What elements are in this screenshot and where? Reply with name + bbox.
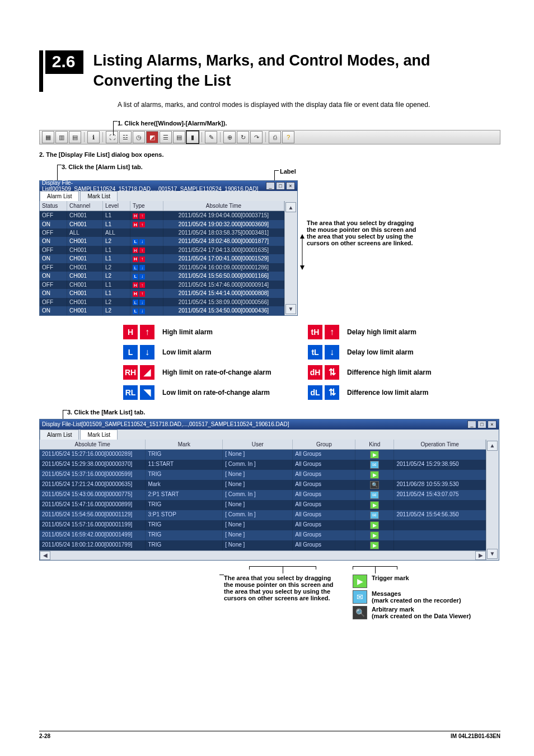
alarm-hdr-level[interactable]: Level xyxy=(103,201,130,211)
mark-row[interactable]: 2011/05/24 15:27:16.000[00000289]TRIG[ N… xyxy=(40,450,486,460)
tb-info[interactable]: ℹ xyxy=(87,131,100,143)
minimize-icon[interactable]: _ xyxy=(467,421,476,428)
scroll-down-icon[interactable]: ▼ xyxy=(487,549,498,559)
tb-zoom-all[interactable]: ☳ xyxy=(119,131,132,143)
scroll-down-icon[interactable]: ▼ xyxy=(285,304,296,314)
mark-window: Display File-List[001509_SAMPLE110524_15… xyxy=(39,419,499,561)
alarm-type-icon: dH xyxy=(308,365,322,380)
scroll-left-icon[interactable]: ◀ xyxy=(40,551,50,560)
minimize-icon[interactable]: _ xyxy=(266,182,275,190)
mark-hdr-kind[interactable]: Kind xyxy=(355,440,394,449)
kind-legend-icon: 🔍 xyxy=(353,606,367,619)
legend-label: Difference low limit alarm xyxy=(347,389,428,396)
alarm-row[interactable]: OFFCH001L1H↑2011/05/24 15:47:46.000[0000… xyxy=(40,281,284,290)
tb-edit[interactable]: ✎ xyxy=(205,131,217,143)
scrollbar-vertical[interactable]: ▲ ▼ xyxy=(284,201,297,315)
tb-view2[interactable]: ▥ xyxy=(55,131,68,143)
mark-row[interactable]: 2011/05/24 15:43:06.000[00000775]2:P1 ST… xyxy=(40,490,486,500)
alarm-arrow-icon: ↓ xyxy=(325,345,339,360)
tb-help[interactable]: ? xyxy=(282,131,294,143)
alarm-row[interactable]: OFFALLALL2011/05/24 18:03:58.375[0000348… xyxy=(40,228,284,237)
tb-zoom-fit[interactable]: ⛶ xyxy=(106,131,118,143)
alarm-row[interactable]: OFFCH001L2L↓2011/05/24 16:00:09.000[0000… xyxy=(40,263,284,272)
tab-alarm-list[interactable]: Alarm List xyxy=(40,191,79,201)
alarm-table: Status Channel Level Type Absolute Time … xyxy=(40,201,284,315)
page-footer: 2-28 IM 04L21B01-63EN xyxy=(39,731,500,739)
tb-graph[interactable]: ◩ xyxy=(146,131,158,143)
alarm-type-icon: RL xyxy=(123,385,138,400)
alarm-titlebar: Display File-List[001509_SAMPLE110524_15… xyxy=(40,181,297,191)
alarm-hdr-status[interactable]: Status xyxy=(40,201,67,211)
alarm-row[interactable]: OFFCH001L1H↑2011/05/24 17:04:13.000[0000… xyxy=(40,246,284,255)
mark-row[interactable]: 2011/05/24 15:47:16.000[00000899]TRIG[ N… xyxy=(40,500,486,510)
legend-label: Delay low limit alarm xyxy=(347,348,414,356)
alarm-row[interactable]: ONCH001L2L↓2011/05/24 15:56:50.000[00001… xyxy=(40,272,284,281)
alarm-row[interactable]: OFFCH001L1H↑2011/05/24 19:04:04.000[0000… xyxy=(40,211,284,220)
tb-print[interactable]: ⎙ xyxy=(269,131,281,143)
alarm-hdr-abs[interactable]: Absolute Time xyxy=(163,201,284,211)
legend-label: Low limit on rate-of-change alarm xyxy=(162,389,308,396)
section-number: 2.6 xyxy=(45,50,83,74)
mark-row[interactable]: 2011/05/24 18:00:12.000[00001799]TRIG[ N… xyxy=(40,540,486,550)
tab-mark-list[interactable]: Mark List xyxy=(80,191,118,201)
section-left-bar xyxy=(39,50,43,92)
kind-icon: ▶ xyxy=(370,501,379,509)
alarm-window: Display File-List[001509_SAMPLE110524_15… xyxy=(39,180,298,316)
mark-row[interactable]: 2011/05/24 16:59:42.000[00001499]TRIG[ N… xyxy=(40,530,486,540)
mark-hdr-abs[interactable]: Absolute Time xyxy=(40,440,146,449)
alarm-arrow-icon: ↑ xyxy=(140,325,154,339)
tb-export[interactable]: ↷ xyxy=(250,131,263,143)
tb-clock[interactable]: ◷ xyxy=(133,131,145,143)
maximize-icon[interactable]: □ xyxy=(477,421,486,428)
scroll-up-icon[interactable]: ▲ xyxy=(285,202,296,212)
alarm-row[interactable]: ONCH001L1H↑2011/05/24 17:00:41.000[00001… xyxy=(40,254,284,263)
alarm-row[interactable]: ONCH001L2L↓2011/05/24 15:34:50.000[00000… xyxy=(40,306,284,315)
mark-row[interactable]: 2011/05/24 15:54:56.000[00001129]3:P1 ST… xyxy=(40,510,486,520)
mark-hdr-op[interactable]: Operation Time xyxy=(394,440,486,449)
alarm-row[interactable]: ONCH001L1H↑2011/05/24 19:00:32.000[00003… xyxy=(40,220,284,229)
close-icon[interactable]: × xyxy=(488,421,496,428)
scroll-up-icon[interactable]: ▲ xyxy=(487,441,498,451)
mark-hdr-user[interactable]: User xyxy=(223,440,293,449)
alarm-hdr-channel[interactable]: Channel xyxy=(67,201,103,211)
kind-icon: ✉ xyxy=(370,491,379,499)
alarm-hdr-type[interactable]: Type xyxy=(130,201,163,211)
tb-list2[interactable]: ▤ xyxy=(173,131,185,143)
mark-row[interactable]: 2011/05/24 17:21:24.000[00000635]Mark[ N… xyxy=(40,480,486,490)
step-1-label: 1. Click here([Window]-[Alarm/Mark]). xyxy=(118,120,500,127)
alarm-type-icon: H xyxy=(123,325,138,339)
tab-alarm-list-2[interactable]: Alarm List xyxy=(40,430,79,440)
mark-titlebar: Display File-List[001509_SAMPLE110524_15… xyxy=(40,419,499,430)
kind-legend-title: Arbitrary mark xyxy=(372,606,471,613)
tb-view3[interactable]: ▤ xyxy=(69,131,81,143)
scrollbar-horizontal[interactable]: ◀ ▶ xyxy=(40,550,486,560)
tb-view1[interactable]: ▦ xyxy=(42,131,54,143)
tab-mark-list-2[interactable]: Mark List xyxy=(80,430,118,440)
alarm-row[interactable]: ONCH001L2L↓2011/05/24 18:02:48.000[00001… xyxy=(40,237,284,246)
alarm-type-icon: RH xyxy=(123,365,138,380)
tb-zoom-in[interactable]: ⊕ xyxy=(223,131,236,143)
mark-hdr-group[interactable]: Group xyxy=(293,440,355,449)
tb-list1[interactable]: ☰ xyxy=(160,131,172,143)
kind-legend-icon: ✉ xyxy=(353,590,367,604)
mark-row[interactable]: 2011/05/24 15:57:16.000[00001199]TRIG[ N… xyxy=(40,520,486,530)
alarm-row[interactable]: ONCH001L1H↑2011/05/24 15:44:14.000[00000… xyxy=(40,289,284,298)
maximize-icon[interactable]: □ xyxy=(276,182,285,190)
svg-marker-2 xyxy=(300,265,305,270)
mark-row[interactable]: 2011/05/24 15:37:16.000[00000599]TRIG[ N… xyxy=(40,470,486,480)
intro-paragraph: A list of alarms, marks, and control mod… xyxy=(118,100,500,110)
tb-alarm-mark[interactable]: ▮ xyxy=(186,131,199,143)
mark-row[interactable]: 2011/05/24 15:29:38.000[00000370]11:STAR… xyxy=(40,460,486,470)
step-2-label: 2. The [Display File List] dialog box op… xyxy=(39,151,500,158)
kind-legend-title: Messages xyxy=(372,590,461,597)
alarm-type-icon: dL xyxy=(308,385,322,400)
alarm-row[interactable]: OFFCH001L2L↓2011/05/24 15:38:09.000[0000… xyxy=(40,298,284,307)
scroll-right-icon[interactable]: ▶ xyxy=(475,551,486,560)
scrollbar-vertical-2[interactable]: ▲ ▼ xyxy=(486,440,499,560)
alarm-window-title: Display File-List[001509_SAMPLE110524_15… xyxy=(42,180,266,192)
kind-icon: ▶ xyxy=(370,521,379,529)
mark-hdr-mark[interactable]: Mark xyxy=(146,440,223,449)
legend-label: Difference high limit alarm xyxy=(347,368,432,376)
close-icon[interactable]: × xyxy=(286,182,295,190)
tb-refresh[interactable]: ↻ xyxy=(237,131,249,143)
